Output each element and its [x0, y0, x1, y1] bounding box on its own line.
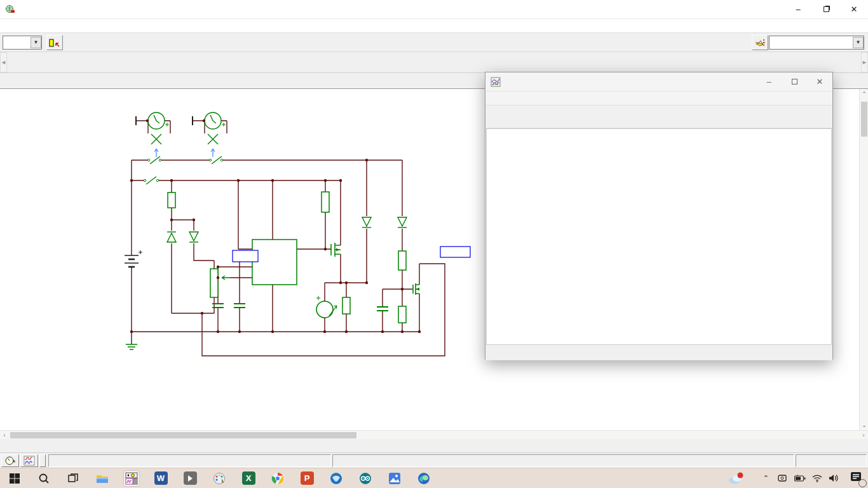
cursor-coords	[48, 454, 331, 467]
horizontal-scroll-thumb[interactable]	[10, 432, 356, 438]
component-izzo-lamp	[342, 297, 350, 314]
component-r1	[168, 193, 175, 208]
sheet-tabs	[0, 439, 868, 452]
ground-icon[interactable]	[126, 344, 137, 349]
scroll-up-icon[interactable]: ⌃	[860, 89, 868, 99]
zoom-combobox[interactable]: ▼	[3, 36, 42, 50]
tr-minimize-button[interactable]: –	[756, 72, 782, 92]
tina-app-button[interactable]	[124, 471, 139, 486]
component-voltmeter[interactable]	[316, 296, 337, 318]
word-button[interactable]: W	[153, 471, 168, 486]
component-d2	[167, 232, 176, 242]
status-message	[332, 454, 794, 467]
youtube-button[interactable]	[182, 471, 198, 486]
powerpoint-button[interactable]: P	[299, 471, 315, 486]
wires[interactable]	[132, 121, 445, 356]
tr-titlebar: – ✕	[485, 72, 832, 92]
arduino-button[interactable]	[358, 471, 373, 486]
main-menubar	[0, 19, 868, 33]
diodes[interactable]	[167, 217, 407, 242]
close-button[interactable]: ✕	[840, 0, 868, 19]
switch-contact-dots	[144, 159, 222, 181]
chrome-button[interactable]	[270, 471, 285, 486]
component-t1-irf9540[interactable]	[331, 243, 341, 257]
component-r4	[398, 306, 406, 323]
battery-icon[interactable]	[794, 475, 806, 482]
component-r3	[398, 251, 406, 270]
file-explorer-button[interactable]	[95, 471, 110, 486]
tr-result-window[interactable]: – ✕	[485, 72, 833, 360]
tr-menubar	[485, 92, 832, 105]
vertical-scrollbar[interactable]: ⌃ ⌄	[859, 89, 868, 430]
thunderbird-button[interactable]	[329, 471, 344, 486]
default-resistance-button[interactable]	[46, 35, 63, 50]
exit-button[interactable]	[39, 454, 46, 467]
tr-result-tabs	[485, 345, 832, 360]
tr-app-icon	[491, 77, 501, 87]
component-r2	[322, 192, 329, 212]
p1-wiper-arrow	[222, 276, 230, 280]
taskbar: W X P ⌃	[0, 468, 868, 488]
app-icon	[5, 4, 15, 15]
plot3-waveform[interactable]	[541, 260, 818, 320]
vertical-scroll-thumb[interactable]	[861, 102, 867, 137]
palette-scroll-right-icon[interactable]: ►	[861, 52, 868, 72]
statusbar	[0, 452, 868, 468]
component-c3	[377, 307, 388, 311]
junction-dots	[130, 119, 421, 333]
meter-mode-button[interactable]	[1, 454, 19, 467]
chevron-down-icon[interactable]: ▼	[31, 37, 41, 48]
component-palette: ◄ ►	[0, 52, 868, 73]
edge-button[interactable]	[416, 471, 431, 486]
weather-icon[interactable]	[728, 472, 744, 485]
scroll-left-icon[interactable]: ‹	[0, 431, 9, 440]
component-combobox[interactable]: ▼	[769, 36, 864, 50]
horizontal-scrollbar[interactable]: ‹ ›	[0, 430, 868, 439]
notification-count	[858, 479, 867, 487]
component-v1-battery[interactable]	[125, 250, 142, 269]
scroll-down-icon[interactable]: ⌄	[860, 420, 868, 430]
component-d4	[398, 217, 407, 227]
scroll-right-icon[interactable]: ›	[859, 431, 868, 440]
component-t2-bs170[interactable]	[412, 283, 419, 295]
start-button[interactable]	[7, 471, 22, 486]
component-c2	[234, 304, 245, 308]
tr-plot-area[interactable]	[486, 128, 832, 345]
capacitors[interactable]	[212, 304, 388, 311]
tray-chevron-icon[interactable]: ⌃	[763, 474, 769, 482]
component-p1-pot	[210, 269, 218, 297]
diagram-mode-button[interactable]	[20, 454, 38, 467]
excel-button[interactable]: X	[241, 471, 256, 486]
component-utem-source[interactable]	[136, 112, 169, 164]
photos-button[interactable]	[387, 471, 402, 486]
component-d3	[362, 217, 371, 227]
component-indexbe-source[interactable]	[193, 112, 226, 164]
palette-scroll-left-icon[interactable]: ◄	[0, 52, 7, 72]
speaker-icon[interactable]	[829, 474, 839, 482]
component-u1-ne555[interactable]	[252, 240, 297, 285]
tr-close-button[interactable]: ✕	[807, 72, 832, 92]
tr-toolbar	[485, 105, 832, 128]
plot1-waveform[interactable]	[541, 140, 818, 189]
restore-button[interactable]	[812, 0, 840, 19]
main-titlebar: – ✕	[0, 0, 868, 19]
switch-control-arrows	[154, 149, 215, 157]
plot2-waveform[interactable]	[541, 200, 818, 250]
search-button[interactable]	[36, 471, 51, 486]
notification-button[interactable]	[850, 471, 863, 485]
screen-record-icon[interactable]	[778, 474, 788, 483]
chevron-down-icon[interactable]: ▼	[853, 37, 864, 48]
paint-button[interactable]	[212, 471, 227, 486]
find-component-button[interactable]	[752, 35, 768, 50]
task-view-button[interactable]	[65, 471, 81, 486]
tr-maximize-button[interactable]	[782, 72, 807, 92]
xy-position	[796, 454, 867, 467]
main-toolbar: ▼ ▼	[0, 33, 868, 52]
minimize-button[interactable]: –	[784, 0, 812, 19]
wifi-icon[interactable]	[812, 475, 822, 482]
component-hjelzo-switch[interactable]	[146, 177, 156, 184]
component-d1	[189, 232, 198, 242]
